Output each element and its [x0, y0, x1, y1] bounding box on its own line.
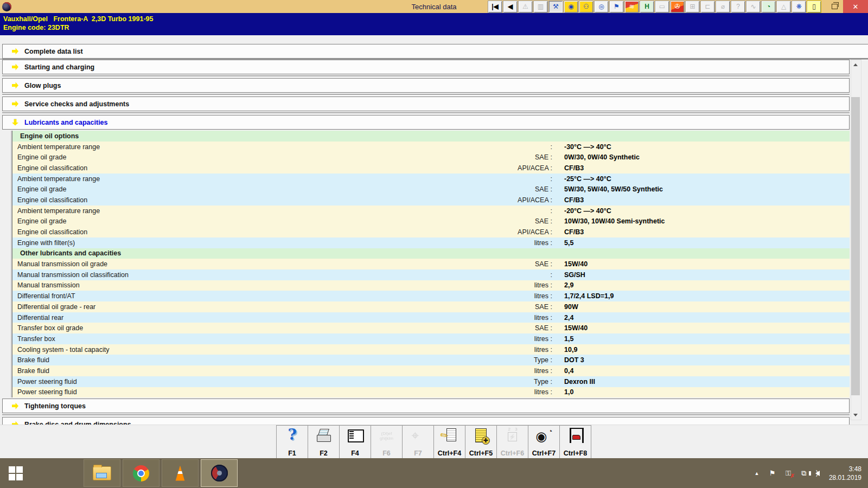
measure-icon[interactable]: ⌀ [716, 1, 730, 13]
help-car-icon[interactable]: ? [731, 1, 745, 13]
table-row[interactable]: Engine oil grade SAE : 0W/30, 0W/40 Synt… [12, 152, 850, 163]
table-row[interactable]: Ambient temperature range : -30°C —> 40°… [12, 142, 850, 152]
tray-expand-icon[interactable]: ▲ [752, 471, 761, 476]
row-unit: API/ACEA : [419, 196, 552, 204]
start-button[interactable] [0, 458, 31, 488]
table-row[interactable]: Brake fluid litres : 0,4 [12, 365, 850, 376]
table-row[interactable]: Ambient temperature range : -25°C —> 40°… [12, 174, 850, 184]
wheels-button-ctrl-f7[interactable]: Ctrl+F7 [528, 425, 560, 459]
vertical-scrollbar[interactable] [851, 60, 861, 420]
table-row[interactable]: Power steering fluid litres : 1,0 [12, 387, 850, 398]
scrollbar-thumb[interactable] [851, 97, 860, 395]
section-arrow-icon [12, 403, 18, 409]
lubricants-table: Engine oil options Ambient temperature r… [11, 131, 850, 397]
section-complete-data-list[interactable]: Complete data list [2, 44, 868, 59]
section-tightening-torques[interactable]: Tightening torques [2, 399, 850, 413]
table-row[interactable]: Engine oil grade SAE : 10W/30, 10W/40 Se… [12, 216, 850, 227]
row-label: Ambient temperature range [17, 143, 419, 151]
table-row[interactable]: Engine with filter(s) litres : 5,5 [12, 237, 850, 248]
section-starting-and-charging[interactable]: Starting and charging [2, 60, 850, 74]
chevron-down-icon [853, 414, 858, 416]
function-key-toolbar: F1 F2 F4 (Dt)ef ghijklm F6 F7 [0, 425, 868, 459]
row-value: 90W [564, 303, 578, 311]
section-glow-plugs[interactable]: Glow plugs [2, 78, 850, 93]
row-value: -30°C —> 40°C [564, 143, 611, 151]
row-value: 2,9 [564, 281, 573, 289]
table-row[interactable]: Transfer box oil grade SAE : 15W/40 [12, 323, 850, 333]
taskbar-autodata[interactable] [201, 459, 238, 487]
battery-button-ctrl-f6[interactable]: Ctrl+F6 [496, 425, 528, 459]
table-row[interactable]: Cooling system - total capacity litres :… [12, 344, 850, 355]
lift-button-ctrl-f8[interactable]: Ctrl+F8 [559, 425, 591, 459]
table-row[interactable]: Engine oil classification API/ACEA : CF/… [12, 227, 850, 237]
gauge-icon[interactable]: ◔ [761, 1, 776, 13]
row-label: Transfer box [17, 335, 419, 343]
row-value: CF/B3 [564, 228, 584, 236]
connector-icon[interactable]: ▯ [807, 1, 821, 13]
scrollbar-up-button[interactable] [851, 60, 860, 69]
table-row[interactable]: Differential oil grade - rear SAE : 90W [12, 301, 850, 312]
table-row[interactable]: Engine oil grade SAE : 5W/30, 5W/40, 5W/… [12, 184, 850, 195]
row-value: 1,0 [564, 388, 573, 396]
row-label: Transfer box oil grade [17, 324, 419, 332]
volume-icon[interactable] [815, 471, 820, 476]
pointer-button-f7[interactable]: F7 [402, 425, 434, 459]
help-button-f1[interactable]: F1 [276, 425, 308, 459]
table-row[interactable]: Differential rear litres : 2,4 [12, 312, 850, 323]
warning-car-icon[interactable]: △ [776, 1, 791, 13]
scroll-region: Starting and charging Glow plugs [2, 60, 850, 419]
row-value: -25°C —> 40°C [564, 175, 611, 183]
section-lubricants-and-capacities[interactable]: Lubricants and capacities [2, 115, 850, 130]
row-value: 10W/30, 10W/40 Semi-synthetic [564, 217, 665, 225]
row-label: Differential oil grade - rear [17, 303, 419, 311]
table-row[interactable]: Engine oil classification API/ACEA : CF/… [12, 195, 850, 206]
tray-network-icon[interactable]: ⧉ [800, 469, 808, 478]
row-label: Engine oil classification [17, 228, 419, 236]
taskbar-app-icon [173, 466, 187, 481]
table-row[interactable]: Engine oil classification API/ACEA : CF/… [12, 163, 850, 174]
row-label: Power steering fluid [17, 378, 419, 386]
table-row[interactable]: Manual transmission litres : 2,9 [12, 280, 850, 291]
table-row[interactable]: Power steering fluid Type : Dexron III [12, 376, 850, 387]
taskbar-file-explorer[interactable] [84, 459, 120, 487]
table-row[interactable]: Differential front/AT litres : 1,7/2,4 L… [12, 291, 850, 301]
row-unit: : [419, 143, 552, 151]
table-row[interactable]: Other lubricants and capacities [12, 248, 850, 259]
row-unit: : [419, 271, 552, 279]
function-button-icon [284, 428, 301, 445]
row-unit: Type : [419, 378, 552, 386]
taskbar-apps [84, 459, 238, 487]
row-unit: litres : [419, 281, 552, 289]
engine-icon[interactable]: ❋ [792, 1, 806, 13]
row-unit: SAE : [419, 303, 552, 311]
row-unit: litres : [419, 314, 552, 322]
function-button-icon: (Dt)ef ghijklm [379, 428, 395, 448]
row-unit: litres : [419, 292, 552, 300]
row-unit: SAE : [419, 217, 552, 225]
close-button[interactable]: ✕ [843, 0, 868, 13]
scrollbar-down-button[interactable] [851, 410, 860, 420]
table-row[interactable]: Manual transmission oil classification :… [12, 269, 850, 280]
hose-icon[interactable]: ∿ [746, 1, 761, 13]
table-row[interactable]: Engine oil options [12, 131, 850, 142]
add-data-button-ctrl-f5[interactable]: Ctrl+F5 [465, 425, 497, 459]
table-row[interactable]: Ambient temperature range : -20°C —> 40°… [12, 206, 850, 216]
taskbar-chrome[interactable] [123, 459, 159, 487]
table-row[interactable]: Brake fluid Type : DOT 3 [12, 355, 850, 365]
app-window: Technical data |◀ ◀ ⚠ ▥ ⚒ ◉ ⚇ ◎ ⚑ ≋ [0, 0, 868, 488]
taskbar-clock[interactable]: 3:48 28.01.2019 [829, 465, 861, 482]
taskbar-vlc[interactable] [162, 459, 199, 487]
tray-flag-icon[interactable]: ⚑ [768, 469, 777, 477]
restore-button[interactable] [826, 0, 843, 13]
row-label: Engine oil grade [17, 153, 419, 161]
print-button-f2[interactable]: F2 [308, 425, 340, 459]
screen-button-f4[interactable]: F4 [339, 425, 371, 459]
section-service-checks[interactable]: Service checks and adjustments [2, 97, 850, 111]
table-row[interactable]: Manual transmission oil grade SAE : 15W/… [12, 259, 850, 269]
notes-button-ctrl-f4[interactable]: Ctrl+F4 [433, 425, 465, 459]
dictionary-button-f6[interactable]: (Dt)ef ghijklm F6 [371, 425, 403, 459]
tray-audio-device-error-icon[interactable]: ⚿✗ [784, 469, 793, 478]
function-button-icon [505, 428, 521, 445]
row-label: Engine oil grade [17, 217, 419, 225]
table-row[interactable]: Transfer box litres : 1,5 [12, 333, 850, 344]
